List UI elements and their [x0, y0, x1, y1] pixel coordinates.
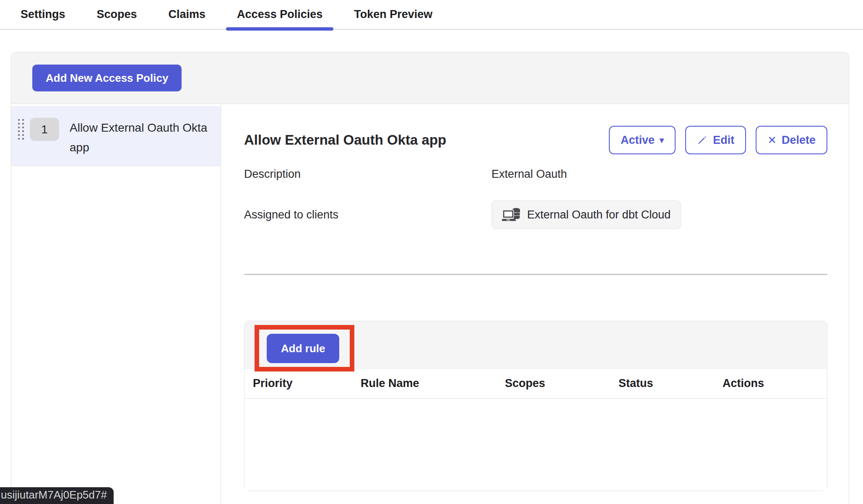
add-rule-button[interactable]: Add rule — [267, 334, 339, 363]
tab-scopes[interactable]: Scopes — [97, 0, 137, 29]
policy-title: Allow External Oauth Okta app — [244, 132, 446, 148]
edit-button[interactable]: Edit — [685, 126, 746, 154]
policy-detail: Allow External Oauth Okta app Active ▾ E… — [221, 104, 849, 504]
delete-button[interactable]: ✕ Delete — [756, 126, 827, 154]
status-dropdown-label: Active — [621, 134, 655, 147]
laptop-database-icon — [502, 207, 521, 222]
tab-settings[interactable]: Settings — [21, 0, 65, 29]
tab-token-preview[interactable]: Token Preview — [354, 0, 432, 29]
policy-description-section: Description External Oauth Assigned to c… — [244, 167, 827, 229]
description-value: External Oauth — [491, 167, 827, 181]
client-chip-label: External Oauth for dbt Cloud — [527, 208, 671, 221]
policy-actions: Active ▾ Edit ✕ Delete — [609, 126, 827, 154]
assigned-to-clients-label: Assigned to clients — [244, 208, 491, 222]
policy-list-item-label: Allow External Oauth Okta app — [70, 118, 216, 157]
column-status: Status — [610, 377, 714, 390]
delete-button-label: Delete — [782, 134, 816, 147]
panel-body: 1 Allow External Oauth Okta app Allow Ex… — [11, 104, 849, 504]
add-new-access-policy-button[interactable]: Add New Access Policy — [32, 65, 182, 91]
rules-panel-header: Add rule — [244, 321, 827, 369]
rules-table-header: Priority Rule Name Scopes Status Actions — [244, 369, 827, 399]
page: Settings Scopes Claims Access Policies T… — [0, 0, 863, 504]
pencil-icon — [697, 135, 708, 145]
policy-priority-badge: 1 — [30, 118, 59, 141]
column-actions: Actions — [714, 377, 827, 390]
assigned-clients-list: External Oauth for dbt Cloud — [491, 208, 827, 229]
tab-access-policies[interactable]: Access Policies — [237, 0, 322, 29]
link-url-tooltip: usijiutarM7Aj0Ep5d7# — [0, 487, 114, 504]
policy-list-item[interactable]: 1 Allow External Oauth Okta app — [11, 106, 221, 166]
policy-list-sidebar: 1 Allow External Oauth Okta app — [11, 104, 221, 504]
drag-handle-icon[interactable] — [18, 119, 24, 140]
tab-bar: Settings Scopes Claims Access Policies T… — [0, 0, 863, 30]
column-priority: Priority — [244, 377, 352, 390]
panel-header: Add New Access Policy — [11, 52, 849, 104]
client-chip: External Oauth for dbt Cloud — [491, 200, 681, 229]
policy-title-row: Allow External Oauth Okta app Active ▾ E… — [244, 126, 827, 154]
description-label: Description — [244, 167, 491, 181]
edit-button-label: Edit — [713, 134, 734, 147]
close-icon: ✕ — [767, 135, 777, 145]
column-rule-name: Rule Name — [352, 377, 496, 390]
access-policies-panel: Add New Access Policy 1 Allow External O… — [11, 52, 849, 504]
rules-table-body — [244, 399, 827, 491]
column-scopes: Scopes — [496, 377, 610, 390]
rules-panel: Add rule Priority Rule Name Scopes Statu… — [244, 321, 827, 491]
status-dropdown-button[interactable]: Active ▾ — [609, 126, 676, 154]
chevron-down-icon: ▾ — [660, 136, 664, 144]
section-divider — [244, 274, 827, 275]
tab-claims[interactable]: Claims — [169, 0, 206, 29]
